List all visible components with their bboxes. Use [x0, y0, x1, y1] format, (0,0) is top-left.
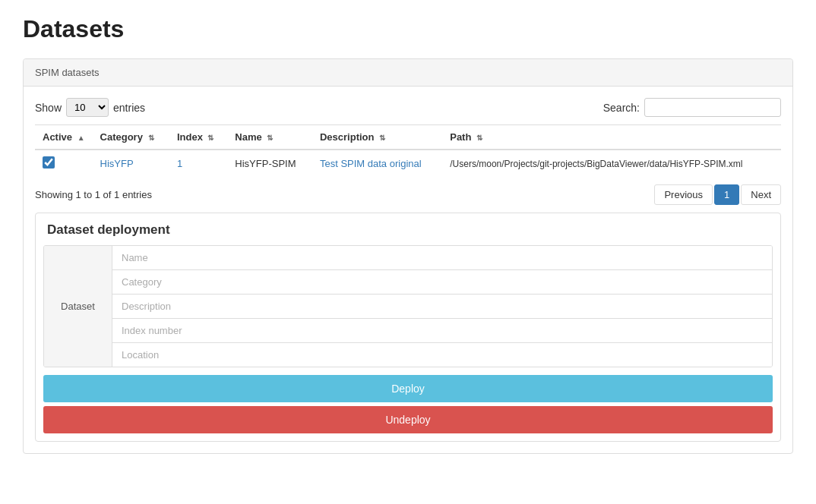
entries-per-page-select[interactable]: 10 25 50 100: [66, 98, 109, 117]
deployment-title: Dataset deployment: [36, 213, 780, 245]
undeploy-button[interactable]: Undeploy: [43, 406, 773, 433]
deploy-button[interactable]: Deploy: [43, 375, 773, 402]
deployment-panel: Dataset deployment Dataset NameCategoryD…: [35, 213, 781, 442]
sort-icon-path: ⇅: [476, 134, 482, 142]
panel-body: Show 10 25 50 100 entries Search: Active…: [24, 87, 792, 453]
show-entries-control: Show 10 25 50 100 entries: [35, 98, 145, 117]
form-field: Category: [112, 270, 772, 295]
form-field: Description: [112, 295, 772, 319]
search-box: Search:: [603, 98, 781, 117]
panel-header: SPIM datasets: [24, 59, 792, 87]
category-cell: HisYFP: [93, 150, 169, 177]
previous-button[interactable]: Previous: [654, 184, 713, 205]
entries-label: entries: [113, 102, 145, 114]
table-body: HisYFP 1 HisYFP-SPIM Test SPIM data orig…: [35, 150, 781, 177]
description-cell: Test SPIM data original: [312, 150, 442, 177]
deployment-form: Dataset NameCategoryDescriptionIndex num…: [43, 245, 773, 367]
sort-icon-active: ▲: [77, 134, 85, 142]
sort-icon-index: ⇅: [207, 134, 213, 142]
next-button[interactable]: Next: [741, 184, 781, 205]
category-link[interactable]: HisYFP: [100, 158, 134, 169]
pagination: Previous 1 Next: [654, 184, 781, 205]
dataset-label: Dataset: [44, 246, 112, 367]
form-row-dataset: Dataset NameCategoryDescriptionIndex num…: [44, 246, 772, 367]
col-category[interactable]: Category ⇅: [93, 125, 169, 150]
search-input[interactable]: [644, 98, 781, 117]
name-cell: HisYFP-SPIM: [227, 150, 312, 177]
col-path[interactable]: Path ⇅: [442, 125, 781, 150]
search-label: Search:: [603, 102, 640, 114]
showing-text: Showing 1 to 1 of 1 entries: [35, 189, 152, 200]
table-row: HisYFP 1 HisYFP-SPIM Test SPIM data orig…: [35, 150, 781, 177]
form-fields: NameCategoryDescriptionIndex numberLocat…: [112, 246, 772, 367]
active-cell[interactable]: [35, 150, 93, 177]
form-field: Name: [112, 246, 772, 270]
table-header-row: Active ▲ Category ⇅ Index ⇅ Name ⇅ Descr…: [35, 125, 781, 150]
path-cell: /Users/moon/Projects/git-projects/BigDat…: [442, 150, 781, 177]
col-index[interactable]: Index ⇅: [169, 125, 227, 150]
col-name[interactable]: Name ⇅: [227, 125, 312, 150]
spim-datasets-panel: SPIM datasets Show 10 25 50 100 entries …: [23, 58, 793, 454]
form-field: Index number: [112, 319, 772, 343]
index-cell: 1: [169, 150, 227, 177]
index-link[interactable]: 1: [177, 158, 182, 169]
page-1-button[interactable]: 1: [714, 184, 739, 205]
col-active[interactable]: Active ▲: [35, 125, 93, 150]
col-description[interactable]: Description ⇅: [312, 125, 442, 150]
sort-icon-name: ⇅: [267, 134, 273, 142]
sort-icon-category: ⇅: [148, 134, 154, 142]
page-title: Datasets: [23, 15, 793, 43]
sort-icon-description: ⇅: [379, 134, 385, 142]
active-checkbox[interactable]: [43, 156, 55, 169]
table-footer: Showing 1 to 1 of 1 entries Previous 1 N…: [35, 184, 781, 205]
show-label: Show: [35, 102, 62, 114]
description-link[interactable]: Test SPIM data original: [320, 158, 422, 169]
table-controls: Show 10 25 50 100 entries Search:: [35, 98, 781, 117]
form-field: Location: [112, 343, 772, 367]
datasets-table: Active ▲ Category ⇅ Index ⇅ Name ⇅ Descr…: [35, 124, 781, 177]
